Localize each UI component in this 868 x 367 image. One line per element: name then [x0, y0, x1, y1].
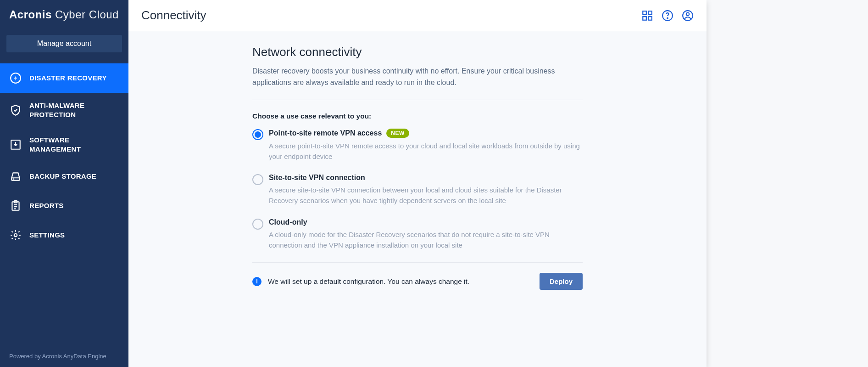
option-title: Site-to-site VPN connection	[269, 174, 365, 182]
bolt-icon	[9, 72, 22, 85]
brand-light: Cyber Cloud	[52, 8, 119, 21]
main-area: Connectivity Network connectivity Disast…	[128, 0, 707, 367]
svg-point-6	[14, 234, 17, 237]
option-body: Point-to-site remote VPN access NEW A se…	[269, 129, 583, 162]
deploy-button[interactable]: Deploy	[540, 273, 583, 290]
radio-button[interactable]	[252, 129, 263, 140]
page-header: Connectivity	[128, 0, 707, 31]
radio-button[interactable]	[252, 174, 263, 185]
content-area: Network connectivity Disaster recovery b…	[128, 31, 707, 367]
nav-label: REPORTS	[29, 201, 64, 210]
shield-icon	[9, 104, 22, 117]
powered-by-text: Powered by Acronis AnyData Engine	[0, 345, 128, 367]
gear-icon	[9, 229, 22, 242]
divider	[252, 100, 583, 100]
option-site-to-site[interactable]: Site-to-site VPN connection A secure sit…	[252, 174, 583, 206]
option-title-row: Site-to-site VPN connection	[269, 174, 583, 182]
drive-icon	[9, 170, 22, 183]
section-heading: Network connectivity	[252, 45, 583, 59]
sidebar-item-anti-malware[interactable]: ANTI-MALWARE PROTECTION	[0, 93, 128, 127]
manage-account-button[interactable]: Manage account	[6, 35, 122, 52]
option-title-row: Point-to-site remote VPN access NEW	[269, 129, 583, 138]
nav-label: ANTI-MALWARE PROTECTION	[29, 101, 119, 119]
option-description: A secure site-to-site VPN connection bet…	[269, 185, 583, 206]
sidebar-item-settings[interactable]: SETTINGS	[0, 220, 128, 250]
option-description: A secure point-to-site VPN remote access…	[269, 141, 583, 162]
section-description: Disaster recovery boosts your business c…	[252, 66, 583, 89]
page-title: Connectivity	[141, 8, 206, 23]
nav-label: DISASTER RECOVERY	[29, 73, 107, 83]
option-cloud-only[interactable]: Cloud-only A cloud-only mode for the Dis…	[252, 218, 583, 251]
option-title-row: Cloud-only	[269, 218, 583, 226]
app-window: Acronis Cyber Cloud Manage account DISAS…	[0, 0, 707, 367]
sidebar-item-software-management[interactable]: SOFTWARE MANAGEMENT	[0, 127, 128, 162]
sidebar-item-reports[interactable]: REPORTS	[0, 191, 128, 220]
footer-note-row: i We will set up a default configuration…	[252, 277, 469, 286]
svg-rect-2	[11, 178, 19, 180]
header-actions	[641, 10, 694, 22]
option-title: Cloud-only	[269, 218, 307, 226]
radio-button[interactable]	[252, 219, 263, 230]
nav-label: SOFTWARE MANAGEMENT	[29, 136, 119, 153]
svg-rect-10	[648, 17, 652, 20]
sidebar-item-disaster-recovery[interactable]: DISASTER RECOVERY	[0, 63, 128, 93]
svg-point-3	[13, 179, 14, 179]
account-icon[interactable]	[682, 10, 694, 22]
help-icon[interactable]	[662, 10, 673, 22]
brand-bold: Acronis	[9, 8, 52, 21]
panel-footer: i We will set up a default configuration…	[252, 262, 583, 301]
svg-point-12	[667, 17, 668, 18]
sidebar: Acronis Cyber Cloud Manage account DISAS…	[0, 0, 128, 367]
option-point-to-site[interactable]: Point-to-site remote VPN access NEW A se…	[252, 129, 583, 162]
svg-rect-9	[643, 17, 646, 20]
new-badge: NEW	[386, 129, 409, 138]
option-body: Cloud-only A cloud-only mode for the Dis…	[269, 218, 583, 251]
clipboard-icon	[9, 199, 22, 212]
nav-label: BACKUP STORAGE	[29, 172, 96, 181]
option-title: Point-to-site remote VPN access	[269, 129, 382, 137]
nav-label: SETTINGS	[29, 231, 65, 240]
svg-rect-8	[648, 11, 652, 15]
connectivity-panel: Network connectivity Disaster recovery b…	[252, 40, 583, 367]
option-body: Site-to-site VPN connection A secure sit…	[269, 174, 583, 206]
option-description: A cloud-only mode for the Disaster Recov…	[269, 229, 583, 251]
svg-point-14	[686, 12, 690, 16]
choose-label: Choose a use case relevant to you:	[252, 112, 583, 120]
download-box-icon	[9, 138, 22, 151]
info-icon: i	[252, 277, 262, 286]
footer-note: We will set up a default configuration. …	[268, 277, 469, 286]
brand-logo: Acronis Cyber Cloud	[0, 0, 128, 30]
apps-icon[interactable]	[641, 10, 653, 22]
svg-rect-7	[643, 11, 646, 15]
sidebar-item-backup-storage[interactable]: BACKUP STORAGE	[0, 162, 128, 191]
sidebar-nav: DISASTER RECOVERY ANTI-MALWARE PROTECTIO…	[0, 63, 128, 345]
